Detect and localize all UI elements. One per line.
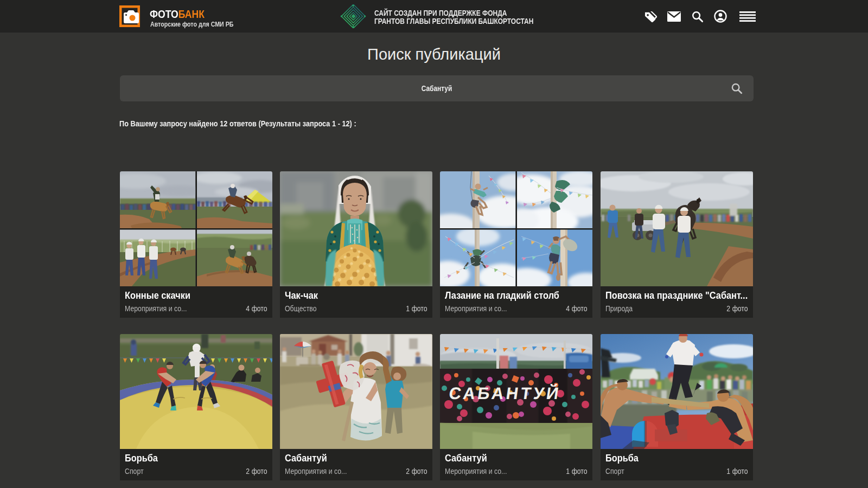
svg-text:САБАНТУЙ: САБАНТУЙ: [448, 383, 562, 403]
